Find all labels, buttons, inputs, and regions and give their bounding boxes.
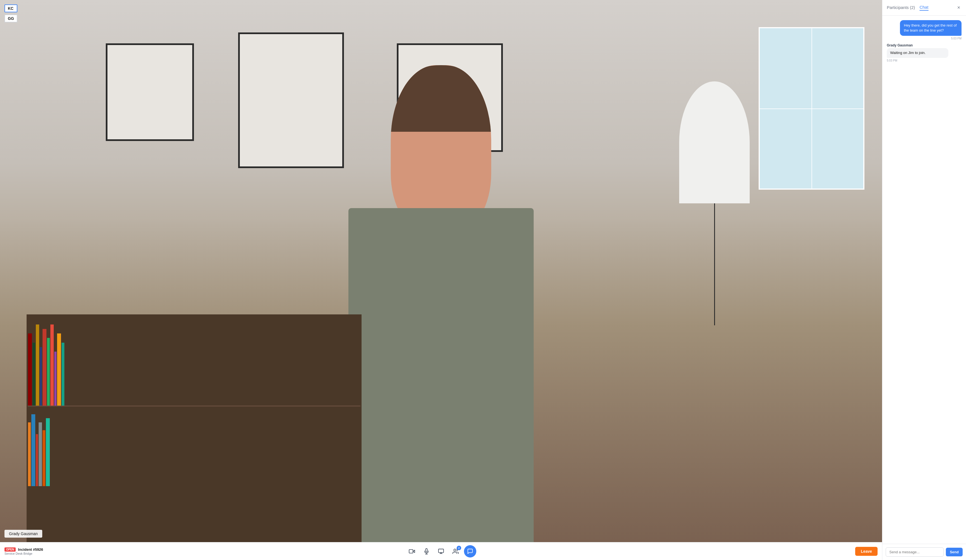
badge-kc: KC	[5, 5, 17, 12]
send-button[interactable]: Send	[946, 548, 963, 557]
incident-top: OPEN Incident #5926	[5, 547, 43, 552]
video-feed: Grady Gausman	[0, 0, 882, 542]
tab-chat[interactable]: Chat	[920, 5, 928, 11]
leave-button[interactable]: Leave	[855, 547, 877, 556]
control-bar: OPEN Incident #5926 Service Desk Bridge	[0, 542, 882, 560]
chat-messages: Hey there, did you get the rest of the t…	[882, 16, 966, 544]
incident-title: Incident #5926	[18, 547, 43, 552]
wall-art-1	[106, 43, 194, 141]
participants-button[interactable]: 2	[449, 545, 462, 557]
bookshelf	[26, 314, 362, 542]
received-time: 5:03 PM	[887, 59, 961, 62]
screenshare-icon	[438, 548, 444, 554]
microphone-icon	[424, 548, 430, 554]
video-background	[0, 0, 882, 542]
chat-toggle-button[interactable]	[464, 545, 476, 557]
incident-info: OPEN Incident #5926 Service Desk Bridge	[5, 547, 43, 555]
screenshare-button[interactable]	[435, 545, 447, 557]
close-panel-button[interactable]: ×	[955, 4, 963, 12]
incident-subtitle: Service Desk Bridge	[5, 552, 43, 555]
message-sent: Hey there, did you get the rest of the t…	[887, 20, 961, 40]
svg-rect-3	[439, 549, 444, 552]
chat-input[interactable]	[886, 547, 944, 557]
svg-rect-0	[409, 549, 413, 553]
lamp	[679, 81, 750, 325]
badge-gg: GG	[5, 15, 17, 22]
message-sender-name: Grady Gausman	[887, 43, 961, 47]
svg-point-5	[454, 549, 456, 551]
sent-time: 5:03 PM	[951, 37, 961, 40]
participant-count-badge: 2	[457, 546, 461, 550]
message-received: Grady Gausman Waiting on Jim to join. 5:…	[887, 43, 961, 62]
main-video-area: KC GG	[0, 0, 882, 560]
camera-button[interactable]	[406, 545, 418, 557]
chat-input-area: Send	[882, 544, 966, 560]
panel-header: Participants (2) Chat ×	[882, 0, 966, 16]
video-name-label: Grady Gausman	[5, 530, 42, 538]
open-badge: OPEN	[5, 547, 16, 552]
chat-icon	[467, 548, 473, 554]
participant-badges: KC GG	[5, 5, 17, 22]
tab-participants[interactable]: Participants (2)	[887, 5, 915, 10]
microphone-button[interactable]	[420, 545, 433, 557]
right-panel: Participants (2) Chat × Hey there, did y…	[882, 0, 966, 560]
sent-bubble: Hey there, did you get the rest of the t…	[900, 20, 961, 36]
window	[759, 27, 864, 190]
camera-icon	[409, 548, 415, 554]
received-bubble: Waiting on Jim to join.	[887, 48, 948, 57]
